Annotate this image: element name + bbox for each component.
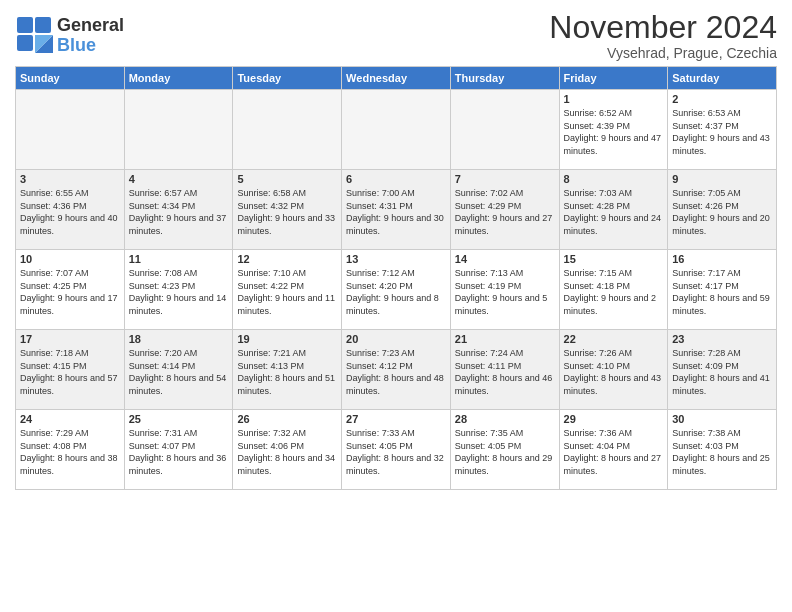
day-info: Sunrise: 7:10 AM Sunset: 4:22 PM Dayligh… [237,267,337,317]
day-number: 29 [564,413,664,425]
day-info: Sunrise: 6:58 AM Sunset: 4:32 PM Dayligh… [237,187,337,237]
title-area: November 2024 Vysehrad, Prague, Czechia [549,10,777,61]
day-info: Sunrise: 7:17 AM Sunset: 4:17 PM Dayligh… [672,267,772,317]
day-number: 4 [129,173,229,185]
day-info: Sunrise: 6:52 AM Sunset: 4:39 PM Dayligh… [564,107,664,157]
calendar-cell: 25Sunrise: 7:31 AM Sunset: 4:07 PM Dayli… [124,410,233,490]
calendar-cell: 23Sunrise: 7:28 AM Sunset: 4:09 PM Dayli… [668,330,777,410]
day-number: 14 [455,253,555,265]
day-info: Sunrise: 7:31 AM Sunset: 4:07 PM Dayligh… [129,427,229,477]
month-title: November 2024 [549,10,777,45]
page-container: General Blue November 2024 Vysehrad, Pra… [0,0,792,500]
day-number: 25 [129,413,229,425]
calendar-cell: 19Sunrise: 7:21 AM Sunset: 4:13 PM Dayli… [233,330,342,410]
day-number: 7 [455,173,555,185]
day-number: 21 [455,333,555,345]
day-info: Sunrise: 7:26 AM Sunset: 4:10 PM Dayligh… [564,347,664,397]
day-number: 19 [237,333,337,345]
logo-icon [15,15,53,53]
calendar-week-row: 1Sunrise: 6:52 AM Sunset: 4:39 PM Daylig… [16,90,777,170]
svg-rect-0 [17,17,33,33]
col-header-sunday: Sunday [16,67,125,90]
calendar-cell: 16Sunrise: 7:17 AM Sunset: 4:17 PM Dayli… [668,250,777,330]
calendar-cell: 8Sunrise: 7:03 AM Sunset: 4:28 PM Daylig… [559,170,668,250]
calendar-cell: 17Sunrise: 7:18 AM Sunset: 4:15 PM Dayli… [16,330,125,410]
calendar-cell: 30Sunrise: 7:38 AM Sunset: 4:03 PM Dayli… [668,410,777,490]
day-number: 13 [346,253,446,265]
calendar-cell: 7Sunrise: 7:02 AM Sunset: 4:29 PM Daylig… [450,170,559,250]
logo-text-line1: General [57,16,124,36]
day-info: Sunrise: 7:08 AM Sunset: 4:23 PM Dayligh… [129,267,229,317]
day-number: 15 [564,253,664,265]
svg-rect-1 [35,17,51,33]
calendar-cell: 20Sunrise: 7:23 AM Sunset: 4:12 PM Dayli… [342,330,451,410]
calendar-cell: 9Sunrise: 7:05 AM Sunset: 4:26 PM Daylig… [668,170,777,250]
calendar-cell: 1Sunrise: 6:52 AM Sunset: 4:39 PM Daylig… [559,90,668,170]
calendar-cell: 2Sunrise: 6:53 AM Sunset: 4:37 PM Daylig… [668,90,777,170]
calendar-cell: 5Sunrise: 6:58 AM Sunset: 4:32 PM Daylig… [233,170,342,250]
day-number: 3 [20,173,120,185]
day-info: Sunrise: 7:28 AM Sunset: 4:09 PM Dayligh… [672,347,772,397]
day-info: Sunrise: 7:21 AM Sunset: 4:13 PM Dayligh… [237,347,337,397]
day-info: Sunrise: 6:53 AM Sunset: 4:37 PM Dayligh… [672,107,772,157]
day-info: Sunrise: 7:03 AM Sunset: 4:28 PM Dayligh… [564,187,664,237]
calendar-week-row: 3Sunrise: 6:55 AM Sunset: 4:36 PM Daylig… [16,170,777,250]
day-number: 26 [237,413,337,425]
day-info: Sunrise: 7:15 AM Sunset: 4:18 PM Dayligh… [564,267,664,317]
calendar-week-row: 17Sunrise: 7:18 AM Sunset: 4:15 PM Dayli… [16,330,777,410]
day-number: 28 [455,413,555,425]
calendar-cell: 11Sunrise: 7:08 AM Sunset: 4:23 PM Dayli… [124,250,233,330]
day-number: 2 [672,93,772,105]
calendar-cell [342,90,451,170]
day-number: 10 [20,253,120,265]
day-info: Sunrise: 7:07 AM Sunset: 4:25 PM Dayligh… [20,267,120,317]
calendar-cell: 22Sunrise: 7:26 AM Sunset: 4:10 PM Dayli… [559,330,668,410]
day-info: Sunrise: 7:05 AM Sunset: 4:26 PM Dayligh… [672,187,772,237]
day-info: Sunrise: 7:33 AM Sunset: 4:05 PM Dayligh… [346,427,446,477]
day-info: Sunrise: 7:32 AM Sunset: 4:06 PM Dayligh… [237,427,337,477]
calendar-cell: 26Sunrise: 7:32 AM Sunset: 4:06 PM Dayli… [233,410,342,490]
day-info: Sunrise: 7:00 AM Sunset: 4:31 PM Dayligh… [346,187,446,237]
day-number: 9 [672,173,772,185]
day-info: Sunrise: 7:23 AM Sunset: 4:12 PM Dayligh… [346,347,446,397]
day-info: Sunrise: 7:38 AM Sunset: 4:03 PM Dayligh… [672,427,772,477]
day-number: 17 [20,333,120,345]
calendar-cell: 28Sunrise: 7:35 AM Sunset: 4:05 PM Dayli… [450,410,559,490]
logo: General Blue [15,15,124,57]
day-info: Sunrise: 6:55 AM Sunset: 4:36 PM Dayligh… [20,187,120,237]
day-number: 27 [346,413,446,425]
calendar-cell: 15Sunrise: 7:15 AM Sunset: 4:18 PM Dayli… [559,250,668,330]
col-header-tuesday: Tuesday [233,67,342,90]
day-number: 12 [237,253,337,265]
day-number: 16 [672,253,772,265]
calendar-week-row: 24Sunrise: 7:29 AM Sunset: 4:08 PM Dayli… [16,410,777,490]
day-number: 24 [20,413,120,425]
day-info: Sunrise: 7:18 AM Sunset: 4:15 PM Dayligh… [20,347,120,397]
calendar-cell: 12Sunrise: 7:10 AM Sunset: 4:22 PM Dayli… [233,250,342,330]
day-info: Sunrise: 7:24 AM Sunset: 4:11 PM Dayligh… [455,347,555,397]
col-header-wednesday: Wednesday [342,67,451,90]
calendar-cell: 3Sunrise: 6:55 AM Sunset: 4:36 PM Daylig… [16,170,125,250]
day-number: 6 [346,173,446,185]
calendar-cell: 18Sunrise: 7:20 AM Sunset: 4:14 PM Dayli… [124,330,233,410]
day-info: Sunrise: 7:13 AM Sunset: 4:19 PM Dayligh… [455,267,555,317]
day-info: Sunrise: 7:29 AM Sunset: 4:08 PM Dayligh… [20,427,120,477]
day-number: 20 [346,333,446,345]
calendar-cell: 29Sunrise: 7:36 AM Sunset: 4:04 PM Dayli… [559,410,668,490]
day-number: 22 [564,333,664,345]
calendar-cell: 13Sunrise: 7:12 AM Sunset: 4:20 PM Dayli… [342,250,451,330]
day-info: Sunrise: 7:36 AM Sunset: 4:04 PM Dayligh… [564,427,664,477]
calendar-week-row: 10Sunrise: 7:07 AM Sunset: 4:25 PM Dayli… [16,250,777,330]
day-number: 1 [564,93,664,105]
col-header-thursday: Thursday [450,67,559,90]
day-number: 8 [564,173,664,185]
day-number: 23 [672,333,772,345]
col-header-monday: Monday [124,67,233,90]
calendar-cell: 6Sunrise: 7:00 AM Sunset: 4:31 PM Daylig… [342,170,451,250]
day-number: 11 [129,253,229,265]
calendar-cell [16,90,125,170]
logo-text-line2: Blue [57,36,124,56]
col-header-friday: Friday [559,67,668,90]
day-info: Sunrise: 7:35 AM Sunset: 4:05 PM Dayligh… [455,427,555,477]
calendar-cell: 4Sunrise: 6:57 AM Sunset: 4:34 PM Daylig… [124,170,233,250]
